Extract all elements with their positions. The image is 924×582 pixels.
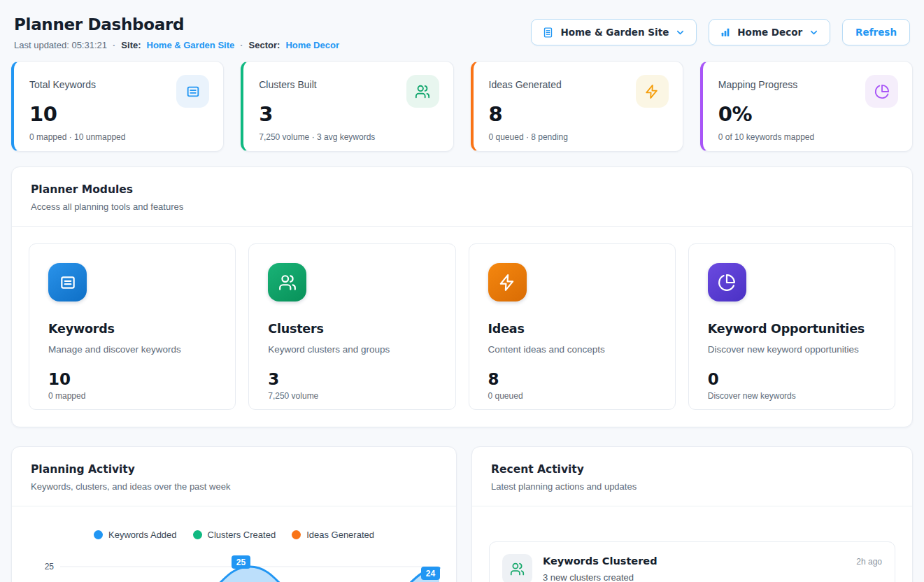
chart-legend: Keywords Added Clusters Created Ideas Ge… xyxy=(29,530,439,540)
module-description: Content ideas and concepts xyxy=(488,344,656,355)
site-link[interactable]: Home & Garden Site xyxy=(147,40,235,50)
site-selector-dropdown[interactable]: Home & Garden Site xyxy=(531,19,697,45)
module-card-keywords[interactable]: Keywords Manage and discover keywords 10… xyxy=(29,243,236,410)
module-subtitle: 0 queued xyxy=(488,391,656,401)
refresh-button[interactable]: Refresh xyxy=(842,19,910,45)
stat-subtitle: 7,250 volume · 3 avg keywords xyxy=(259,132,439,142)
pie-chart-icon xyxy=(708,263,746,301)
stat-card-total-keywords: Total Keywords 10 0 mapped · 10 unmapped xyxy=(11,61,224,152)
svg-text:25: 25 xyxy=(236,558,246,567)
page-title: Planner Dashboard xyxy=(14,15,339,34)
building-icon xyxy=(542,27,554,38)
stat-title: Ideas Generated xyxy=(489,75,562,90)
module-card-clusters[interactable]: Clusters Keyword clusters and groups 3 7… xyxy=(248,243,455,410)
refresh-label: Refresh xyxy=(855,27,897,38)
sector-label: Sector: xyxy=(249,40,280,50)
module-value: 8 xyxy=(488,370,656,388)
header: Planner Dashboard Last updated: 05:31:21… xyxy=(11,15,913,50)
activity-item-title: Keywords Clustered xyxy=(543,554,658,567)
module-subtitle: 0 mapped xyxy=(48,391,216,401)
svg-text:24: 24 xyxy=(426,569,436,579)
section-subtitle: Latest planning actions and updates xyxy=(491,481,893,492)
pie-chart-icon xyxy=(865,75,898,108)
module-title: Ideas xyxy=(488,322,656,336)
lightning-icon xyxy=(636,75,669,108)
last-updated-text: Last updated: 05:31:21 xyxy=(14,40,107,50)
stat-title: Mapping Progress xyxy=(718,75,798,90)
stat-title: Clusters Built xyxy=(259,75,316,90)
legend-dot xyxy=(193,530,202,539)
activity-item-time: 2h ago xyxy=(856,554,882,582)
site-selector-label: Home & Garden Site xyxy=(560,27,669,38)
legend-item-ideas-generated[interactable]: Ideas Generated xyxy=(292,530,374,540)
module-title: Keywords xyxy=(48,322,216,336)
planning-activity-panel: Planning Activity Keywords, clusters, an… xyxy=(11,446,457,582)
section-title: Planner Modules xyxy=(31,183,893,196)
module-description: Keyword clusters and groups xyxy=(268,344,436,355)
site-label: Site: xyxy=(121,40,141,50)
stat-card-ideas-generated: Ideas Generated 8 0 queued · 8 pending xyxy=(471,61,683,152)
module-description: Manage and discover keywords xyxy=(48,344,216,355)
section-subtitle: Keywords, clusters, and ideas over the p… xyxy=(31,481,437,492)
section-subtitle: Access all planning tools and features xyxy=(31,201,893,212)
users-icon xyxy=(406,75,439,108)
module-value: 0 xyxy=(708,370,876,388)
stat-card-clusters-built: Clusters Built 3 7,250 volume · 3 avg ke… xyxy=(241,61,453,152)
stat-title: Total Keywords xyxy=(29,75,96,90)
chevron-down-icon xyxy=(675,27,685,38)
module-title: Clusters xyxy=(268,322,436,336)
document-icon xyxy=(48,263,87,301)
activity-chart: 252524 xyxy=(29,550,439,582)
bar-chart-icon xyxy=(720,27,731,38)
users-icon xyxy=(268,263,306,301)
meta-row: Last updated: 05:31:21 · Site: Home & Ga… xyxy=(14,40,339,50)
legend-dot xyxy=(94,530,103,539)
legend-label: Clusters Created xyxy=(208,530,276,540)
module-subtitle: Discover new keywords xyxy=(708,391,876,401)
svg-text:25: 25 xyxy=(45,562,55,572)
meta-separator: · xyxy=(240,40,243,50)
meta-separator: · xyxy=(113,40,115,50)
stat-subtitle: 0 mapped · 10 unmapped xyxy=(29,132,209,142)
module-value: 3 xyxy=(268,370,436,388)
recent-activity-panel: Recent Activity Latest planning actions … xyxy=(471,446,913,582)
legend-label: Keywords Added xyxy=(108,530,177,540)
legend-item-clusters-created[interactable]: Clusters Created xyxy=(193,530,276,540)
sector-selector-dropdown[interactable]: Home Decor xyxy=(709,19,830,45)
planner-modules-panel: Planner Modules Access all planning tool… xyxy=(11,166,913,427)
stat-card-mapping-progress: Mapping Progress 0% 0 of 10 keywords map… xyxy=(700,61,913,152)
section-title: Recent Activity xyxy=(491,463,893,476)
section-title: Planning Activity xyxy=(31,463,437,476)
legend-dot xyxy=(292,530,301,539)
document-icon xyxy=(176,75,209,108)
sector-link[interactable]: Home Decor xyxy=(285,40,339,50)
module-card-keyword-opportunities[interactable]: Keyword Opportunities Discover new keywo… xyxy=(688,243,895,410)
activity-list-item: Keywords Clustered 3 new clusters create… xyxy=(489,541,895,582)
sector-selector-label: Home Decor xyxy=(737,27,802,38)
module-value: 10 xyxy=(48,370,216,388)
legend-item-keywords-added[interactable]: Keywords Added xyxy=(94,530,177,540)
module-description: Discover new keyword opportunities xyxy=(708,344,876,355)
chevron-down-icon xyxy=(809,27,819,38)
stat-subtitle: 0 queued · 8 pending xyxy=(489,132,669,142)
users-icon xyxy=(502,554,532,582)
module-subtitle: 7,250 volume xyxy=(268,391,436,401)
stats-row: Total Keywords 10 0 mapped · 10 unmapped… xyxy=(11,61,913,152)
planner-dashboard-page: Planner Dashboard Last updated: 05:31:21… xyxy=(0,0,924,582)
stat-subtitle: 0 of 10 keywords mapped xyxy=(718,132,898,142)
legend-label: Ideas Generated xyxy=(306,530,374,540)
module-card-ideas[interactable]: Ideas Content ideas and concepts 8 0 que… xyxy=(469,243,676,410)
module-title: Keyword Opportunities xyxy=(708,322,876,336)
lightning-icon xyxy=(488,263,527,301)
activity-item-description: 3 new clusters created xyxy=(543,572,658,582)
